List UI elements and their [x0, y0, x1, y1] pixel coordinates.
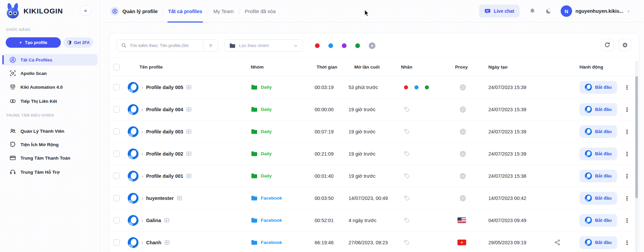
start-button[interactable]: Bắt đầu [579, 81, 617, 94]
sidebar-item-extensions[interactable]: Tiện Ích Mở Rộng [2, 139, 97, 150]
expand-arrow-icon[interactable]: › [142, 196, 143, 201]
row-checkbox[interactable] [113, 84, 120, 90]
search-box [117, 39, 218, 52]
expand-arrow-icon[interactable]: › [142, 240, 143, 245]
label-cell[interactable] [401, 195, 455, 201]
row-checkbox[interactable] [113, 128, 120, 135]
proxy-cell[interactable] [455, 128, 488, 135]
label-cell[interactable] [401, 85, 455, 89]
label-cell[interactable] [401, 128, 455, 135]
select-all-checkbox[interactable] [113, 64, 120, 70]
start-button[interactable]: Bắt đầu [579, 148, 617, 160]
row-menu-kebab-icon[interactable]: ⋮ [624, 106, 630, 113]
grid-view-icon[interactable] [186, 129, 192, 134]
label-cell[interactable] [401, 217, 455, 223]
group-name[interactable]: Facebook [261, 240, 282, 245]
start-button[interactable]: Bắt đầu [579, 125, 617, 138]
label-cell[interactable] [401, 151, 455, 157]
row-checkbox[interactable] [113, 217, 120, 223]
dark-mode-moon-icon[interactable] [545, 8, 552, 14]
sidebar-item-support-center[interactable]: Trung Tâm Hỗ Trợ [2, 166, 97, 178]
grid-view-icon[interactable] [164, 218, 170, 223]
expand-arrow-icon[interactable]: › [142, 107, 143, 112]
vertical-scrollbar[interactable] [635, 60, 638, 252]
grid-view-icon[interactable] [186, 85, 192, 90]
group-name[interactable]: Daily [261, 151, 272, 156]
row-checkbox[interactable] [113, 151, 120, 157]
label-cell[interactable] [401, 106, 455, 113]
group-name[interactable]: Daily [261, 129, 272, 134]
search-filter-button[interactable] [203, 40, 218, 51]
group-name[interactable]: Daily [261, 107, 272, 112]
tag-dot-blue[interactable] [328, 43, 333, 48]
sidebar-item-member-management[interactable]: Quản Lý Thành Viên [2, 125, 97, 137]
grid-view-icon[interactable] [186, 151, 192, 157]
proxy-cell[interactable] [455, 217, 488, 223]
expand-arrow-icon[interactable]: › [142, 218, 143, 223]
tag-dot-red[interactable] [315, 43, 320, 48]
grid-view-icon[interactable] [186, 107, 192, 112]
row-checkbox[interactable] [113, 239, 120, 246]
expand-arrow-icon[interactable]: › [142, 129, 143, 134]
scrollbar-thumb[interactable] [635, 76, 638, 198]
group-name[interactable]: Facebook [261, 196, 282, 201]
expand-arrow-icon[interactable]: › [142, 173, 143, 179]
row-menu-kebab-icon[interactable]: ⋮ [624, 128, 630, 135]
row-menu-kebab-icon[interactable]: ⋮ [624, 173, 630, 179]
tab-all-profiles[interactable]: Tất cả profiles [167, 0, 203, 23]
proxy-cell[interactable] [455, 172, 488, 180]
start-button[interactable]: Bắt đầu [579, 170, 617, 182]
grid-view-icon[interactable] [177, 196, 183, 201]
start-button[interactable]: Bắt đầu [579, 214, 617, 227]
proxy-cell[interactable] [455, 106, 488, 113]
sidebar-item-affiliate[interactable]: Tiếp Thị Liên Kết [2, 95, 97, 107]
search-icon [121, 43, 127, 48]
row-checkbox[interactable] [113, 106, 120, 113]
proxy-cell[interactable] [455, 150, 488, 158]
sidebar-collapse-button[interactable]: « [80, 5, 91, 15]
row-menu-kebab-icon[interactable]: ⋮ [624, 239, 630, 246]
start-button[interactable]: Bắt đầu [579, 192, 617, 205]
row-checkbox[interactable] [113, 195, 120, 201]
group-name[interactable]: Daily [261, 173, 272, 178]
row-checkbox[interactable] [113, 173, 120, 179]
refresh-button[interactable] [601, 39, 613, 51]
col-created: Ngày tạo [488, 65, 554, 70]
grid-view-icon[interactable] [164, 240, 170, 245]
sidebar-item-all-profiles[interactable]: Tất Cả Profiles [2, 54, 97, 66]
row-menu-kebab-icon[interactable]: ⋮ [624, 84, 630, 91]
label-cell[interactable] [401, 173, 455, 179]
user-avatar[interactable]: N [561, 5, 572, 17]
chevron-right-icon[interactable]: › [628, 8, 629, 14]
row-menu-kebab-icon[interactable]: ⋮ [624, 195, 630, 202]
search-input[interactable] [130, 43, 203, 48]
sidebar-item-apollo-scan[interactable]: Apollo Scan [2, 68, 97, 79]
create-profile-button[interactable]: + Tạo profile [6, 37, 61, 48]
row-menu-kebab-icon[interactable]: ⋮ [624, 151, 630, 157]
notifications-bell-icon[interactable] [529, 8, 536, 14]
start-button[interactable]: Bắt đầu [579, 103, 617, 116]
tag-dot-green[interactable] [355, 43, 360, 48]
group-filter-dropdown[interactable]: Lọc theo nhóm [224, 39, 303, 52]
tab-deleted-profiles[interactable]: Profile đã xóa [244, 0, 276, 23]
tab-my-team[interactable]: My Team [213, 0, 235, 23]
proxy-cell[interactable] [455, 84, 488, 91]
get-2fa-button[interactable]: Get 2FA [64, 37, 93, 48]
sidebar-item-payment-center[interactable]: Trung Tâm Thanh Toán [2, 152, 97, 164]
group-name[interactable]: Facebook [261, 218, 282, 223]
row-menu-kebab-icon[interactable]: ⋮ [624, 217, 630, 224]
share-icon[interactable] [554, 239, 561, 246]
start-button[interactable]: Bắt đầu [579, 236, 617, 249]
label-cell[interactable] [401, 239, 455, 246]
settings-button[interactable]: ⚙ [619, 39, 631, 51]
proxy-cell[interactable] [455, 195, 488, 202]
add-tag-button[interactable]: + [369, 42, 375, 49]
live-chat-button[interactable]: Live chat [479, 5, 520, 17]
group-name[interactable]: Daily [261, 85, 272, 90]
proxy-cell[interactable]: ★ [455, 240, 488, 245]
sidebar-item-kiki-automation[interactable]: Kiki Automation 4.0 [2, 81, 97, 93]
expand-arrow-icon[interactable]: › [142, 151, 143, 157]
expand-arrow-icon[interactable]: › [142, 85, 143, 90]
grid-view-icon[interactable] [186, 173, 192, 179]
tag-dot-purple[interactable] [342, 43, 347, 48]
